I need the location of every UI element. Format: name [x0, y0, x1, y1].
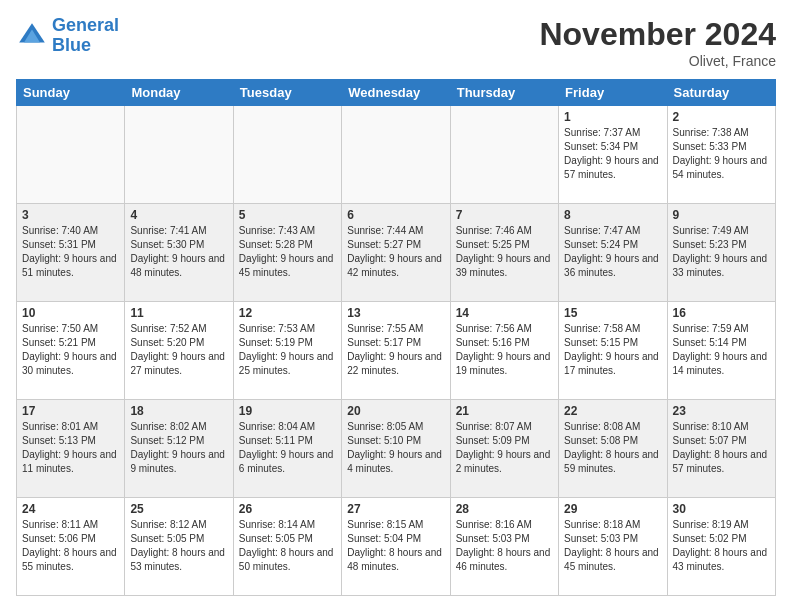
day-cell: 30Sunrise: 8:19 AM Sunset: 5:02 PM Dayli… [667, 498, 775, 596]
day-number: 24 [22, 502, 119, 516]
day-number: 10 [22, 306, 119, 320]
day-number: 25 [130, 502, 227, 516]
day-number: 12 [239, 306, 336, 320]
col-tuesday: Tuesday [233, 80, 341, 106]
day-info: Sunrise: 7:56 AM Sunset: 5:16 PM Dayligh… [456, 322, 553, 378]
day-info: Sunrise: 7:50 AM Sunset: 5:21 PM Dayligh… [22, 322, 119, 378]
day-info: Sunrise: 8:08 AM Sunset: 5:08 PM Dayligh… [564, 420, 661, 476]
day-cell: 13Sunrise: 7:55 AM Sunset: 5:17 PM Dayli… [342, 302, 450, 400]
day-cell: 17Sunrise: 8:01 AM Sunset: 5:13 PM Dayli… [17, 400, 125, 498]
col-thursday: Thursday [450, 80, 558, 106]
day-number: 26 [239, 502, 336, 516]
title-block: November 2024 Olivet, France [539, 16, 776, 69]
location: Olivet, France [539, 53, 776, 69]
week-row-2: 10Sunrise: 7:50 AM Sunset: 5:21 PM Dayli… [17, 302, 776, 400]
day-info: Sunrise: 8:12 AM Sunset: 5:05 PM Dayligh… [130, 518, 227, 574]
day-number: 9 [673, 208, 770, 222]
day-cell: 12Sunrise: 7:53 AM Sunset: 5:19 PM Dayli… [233, 302, 341, 400]
day-number: 22 [564, 404, 661, 418]
day-cell: 21Sunrise: 8:07 AM Sunset: 5:09 PM Dayli… [450, 400, 558, 498]
day-info: Sunrise: 7:47 AM Sunset: 5:24 PM Dayligh… [564, 224, 661, 280]
day-number: 6 [347, 208, 444, 222]
day-number: 21 [456, 404, 553, 418]
day-number: 3 [22, 208, 119, 222]
day-cell: 26Sunrise: 8:14 AM Sunset: 5:05 PM Dayli… [233, 498, 341, 596]
day-number: 1 [564, 110, 661, 124]
day-info: Sunrise: 7:46 AM Sunset: 5:25 PM Dayligh… [456, 224, 553, 280]
day-cell [17, 106, 125, 204]
col-monday: Monday [125, 80, 233, 106]
day-cell: 8Sunrise: 7:47 AM Sunset: 5:24 PM Daylig… [559, 204, 667, 302]
logo-line2: Blue [52, 35, 91, 55]
day-info: Sunrise: 8:19 AM Sunset: 5:02 PM Dayligh… [673, 518, 770, 574]
day-info: Sunrise: 8:15 AM Sunset: 5:04 PM Dayligh… [347, 518, 444, 574]
day-info: Sunrise: 7:44 AM Sunset: 5:27 PM Dayligh… [347, 224, 444, 280]
day-cell: 27Sunrise: 8:15 AM Sunset: 5:04 PM Dayli… [342, 498, 450, 596]
day-info: Sunrise: 8:01 AM Sunset: 5:13 PM Dayligh… [22, 420, 119, 476]
logo-text: General Blue [52, 16, 119, 56]
day-number: 28 [456, 502, 553, 516]
day-number: 4 [130, 208, 227, 222]
day-info: Sunrise: 8:18 AM Sunset: 5:03 PM Dayligh… [564, 518, 661, 574]
day-info: Sunrise: 7:53 AM Sunset: 5:19 PM Dayligh… [239, 322, 336, 378]
day-info: Sunrise: 8:10 AM Sunset: 5:07 PM Dayligh… [673, 420, 770, 476]
day-cell [125, 106, 233, 204]
month-title: November 2024 [539, 16, 776, 53]
day-info: Sunrise: 8:02 AM Sunset: 5:12 PM Dayligh… [130, 420, 227, 476]
col-saturday: Saturday [667, 80, 775, 106]
day-info: Sunrise: 8:16 AM Sunset: 5:03 PM Dayligh… [456, 518, 553, 574]
day-number: 29 [564, 502, 661, 516]
day-cell: 16Sunrise: 7:59 AM Sunset: 5:14 PM Dayli… [667, 302, 775, 400]
day-number: 27 [347, 502, 444, 516]
day-info: Sunrise: 7:43 AM Sunset: 5:28 PM Dayligh… [239, 224, 336, 280]
day-info: Sunrise: 8:07 AM Sunset: 5:09 PM Dayligh… [456, 420, 553, 476]
col-wednesday: Wednesday [342, 80, 450, 106]
day-number: 11 [130, 306, 227, 320]
day-number: 14 [456, 306, 553, 320]
day-cell: 2Sunrise: 7:38 AM Sunset: 5:33 PM Daylig… [667, 106, 775, 204]
day-number: 30 [673, 502, 770, 516]
day-cell [233, 106, 341, 204]
day-cell: 23Sunrise: 8:10 AM Sunset: 5:07 PM Dayli… [667, 400, 775, 498]
day-info: Sunrise: 8:05 AM Sunset: 5:10 PM Dayligh… [347, 420, 444, 476]
day-number: 19 [239, 404, 336, 418]
logo-line1: General [52, 15, 119, 35]
week-row-0: 1Sunrise: 7:37 AM Sunset: 5:34 PM Daylig… [17, 106, 776, 204]
calendar-table: Sunday Monday Tuesday Wednesday Thursday… [16, 79, 776, 596]
day-cell: 24Sunrise: 8:11 AM Sunset: 5:06 PM Dayli… [17, 498, 125, 596]
day-cell: 6Sunrise: 7:44 AM Sunset: 5:27 PM Daylig… [342, 204, 450, 302]
week-row-4: 24Sunrise: 8:11 AM Sunset: 5:06 PM Dayli… [17, 498, 776, 596]
day-number: 8 [564, 208, 661, 222]
day-info: Sunrise: 7:41 AM Sunset: 5:30 PM Dayligh… [130, 224, 227, 280]
day-number: 7 [456, 208, 553, 222]
day-info: Sunrise: 7:49 AM Sunset: 5:23 PM Dayligh… [673, 224, 770, 280]
day-cell: 7Sunrise: 7:46 AM Sunset: 5:25 PM Daylig… [450, 204, 558, 302]
day-number: 23 [673, 404, 770, 418]
col-friday: Friday [559, 80, 667, 106]
day-cell [342, 106, 450, 204]
day-cell: 29Sunrise: 8:18 AM Sunset: 5:03 PM Dayli… [559, 498, 667, 596]
day-info: Sunrise: 7:37 AM Sunset: 5:34 PM Dayligh… [564, 126, 661, 182]
day-cell: 5Sunrise: 7:43 AM Sunset: 5:28 PM Daylig… [233, 204, 341, 302]
day-info: Sunrise: 8:11 AM Sunset: 5:06 PM Dayligh… [22, 518, 119, 574]
day-info: Sunrise: 8:14 AM Sunset: 5:05 PM Dayligh… [239, 518, 336, 574]
day-info: Sunrise: 7:58 AM Sunset: 5:15 PM Dayligh… [564, 322, 661, 378]
header-row: Sunday Monday Tuesday Wednesday Thursday… [17, 80, 776, 106]
day-cell: 19Sunrise: 8:04 AM Sunset: 5:11 PM Dayli… [233, 400, 341, 498]
col-sunday: Sunday [17, 80, 125, 106]
day-cell: 9Sunrise: 7:49 AM Sunset: 5:23 PM Daylig… [667, 204, 775, 302]
page: General Blue November 2024 Olivet, Franc… [0, 0, 792, 612]
day-cell: 28Sunrise: 8:16 AM Sunset: 5:03 PM Dayli… [450, 498, 558, 596]
day-number: 18 [130, 404, 227, 418]
week-row-1: 3Sunrise: 7:40 AM Sunset: 5:31 PM Daylig… [17, 204, 776, 302]
day-cell: 14Sunrise: 7:56 AM Sunset: 5:16 PM Dayli… [450, 302, 558, 400]
day-number: 13 [347, 306, 444, 320]
day-number: 2 [673, 110, 770, 124]
day-cell: 3Sunrise: 7:40 AM Sunset: 5:31 PM Daylig… [17, 204, 125, 302]
header: General Blue November 2024 Olivet, Franc… [16, 16, 776, 69]
day-cell: 15Sunrise: 7:58 AM Sunset: 5:15 PM Dayli… [559, 302, 667, 400]
day-cell: 4Sunrise: 7:41 AM Sunset: 5:30 PM Daylig… [125, 204, 233, 302]
day-cell: 25Sunrise: 8:12 AM Sunset: 5:05 PM Dayli… [125, 498, 233, 596]
day-number: 17 [22, 404, 119, 418]
day-cell: 10Sunrise: 7:50 AM Sunset: 5:21 PM Dayli… [17, 302, 125, 400]
